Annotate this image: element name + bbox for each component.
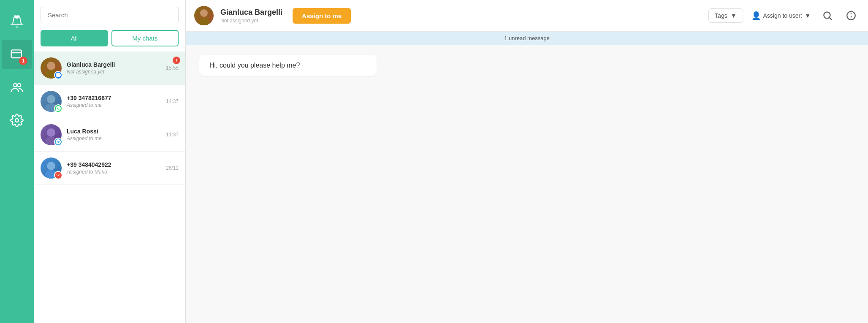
filter-tabs: All My chats [34,27,185,52]
nav-sidebar: 1 [0,0,34,323]
svg-line-20 [830,18,832,20]
chat-sub-1: Not assigned yet [67,69,161,75]
chat-sub-3: Assigned to me [67,136,161,141]
svg-point-17 [200,9,208,17]
search-area [34,0,185,27]
channel-badge-3 [54,138,62,146]
main-chat: Gianluca Bargelli Not assigned yet Assig… [186,0,868,323]
chat-info-4: +39 3484042922 Assigned to Mario [67,161,161,175]
chat-item-2[interactable]: +39 3478216877 Assigned to me 14:37 [34,85,185,118]
channel-badge-2 [54,104,62,113]
chat-name-1: Gianluca Bargelli [67,61,161,68]
tags-label: Tags [715,12,727,19]
chat-items: Gianluca Bargelli Not assigned yet 15.55… [34,52,185,323]
chat-time-1: 15.55 [166,65,179,71]
nav-item-bell[interactable] [2,7,32,36]
message-bubble-1: Hi, could you please help me? [199,55,377,76]
nav-item-chat[interactable]: 1 [2,40,32,69]
chat-info-3: Luca Rossi Assigned to me [67,128,161,141]
svg-point-7 [47,62,55,70]
search-input[interactable] [41,7,179,23]
info-icon-btn[interactable] [843,7,860,24]
nav-item-settings[interactable] [2,106,32,135]
channel-badge-4 [54,171,62,179]
chat-name-2: +39 3478216877 [67,95,161,101]
avatar-wrapper-1 [41,57,62,79]
search-icon-btn[interactable] [819,7,836,24]
unread-dot-1: ! [173,57,180,64]
svg-point-18 [198,18,209,25]
chat-time-3: 11:37 [166,132,179,138]
assign-user-label: Assign to user: [763,12,803,19]
header-info: Gianluca Bargelli Not assigned yet [220,8,282,24]
filter-all[interactable]: All [41,30,108,46]
chat-list-panel: All My chats Gianluca Bargelli [34,0,186,323]
chat-item-1[interactable]: Gianluca Bargelli Not assigned yet 15.55… [34,52,185,85]
avatar-wrapper-3 [41,124,62,145]
chat-info-1: Gianluca Bargelli Not assigned yet [67,61,161,75]
person-icon: 👤 [751,11,761,20]
svg-point-6 [15,119,19,122]
tags-dropdown[interactable]: Tags ▼ [708,8,743,23]
header-name: Gianluca Bargelli [220,8,282,17]
chat-info-2: +39 3478216877 Assigned to me [67,95,161,108]
svg-rect-2 [11,50,22,58]
chat-time-2: 14:37 [166,98,179,104]
chat-item-3[interactable]: Luca Rossi Assigned to me 11:37 [34,118,185,152]
chat-sub-2: Assigned to me [67,102,161,108]
header-status: Not assigned yet [220,18,282,24]
assign-user-dropdown[interactable]: 👤 Assign to user: ▼ [750,8,812,24]
avatar-wrapper-4 [41,157,62,179]
svg-point-13 [47,162,55,170]
chat-sub-4: Assigned to Mario [67,169,161,175]
svg-point-11 [47,128,55,137]
channel-badge-1 [54,71,62,79]
avatar-wrapper-2 [41,91,62,112]
assign-to-me-button[interactable]: Assign to me [293,8,351,24]
svg-point-9 [47,95,55,103]
messages-area: Hi, could you please help me? [186,45,868,323]
chat-name-3: Luca Rossi [67,128,161,135]
chat-time-4: 26/11 [166,165,179,171]
svg-point-19 [824,12,830,18]
header-avatar [194,6,214,25]
chat-name-4: +39 3484042922 [67,161,161,168]
tags-chevron-icon: ▼ [731,12,737,19]
chat-item-4[interactable]: +39 3484042922 Assigned to Mario 26/11 [34,152,185,185]
assign-user-chevron-icon: ▼ [805,12,811,19]
svg-point-4 [14,84,17,87]
chat-badge: 1 [19,57,27,65]
filter-my-chats[interactable]: My chats [111,30,179,46]
svg-point-5 [17,84,21,87]
nav-item-users[interactable] [2,73,32,102]
unread-banner: 1 unread message [186,32,868,45]
chat-header: Gianluca Bargelli Not assigned yet Assig… [186,0,868,32]
